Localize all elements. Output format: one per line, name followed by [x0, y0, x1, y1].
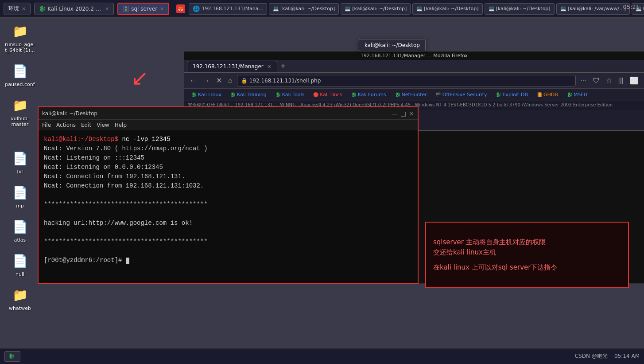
bookmark-icon-forums: 🐉: [351, 92, 357, 97]
bookmark-icon-nethunter: 🐉: [395, 92, 400, 97]
file-icon-atlas: 📄: [11, 218, 29, 235]
kali-tab-icon: 🐉: [39, 6, 46, 12]
terminal-menu: File Actions Edit View Help: [39, 120, 418, 130]
kali-close-icon[interactable]: ×: [105, 6, 109, 12]
terminal-icon-1: 💻: [273, 6, 279, 12]
new-tab-button[interactable]: +: [281, 62, 286, 71]
bookmark-ghdb[interactable]: 📙 GHDB: [533, 91, 562, 98]
bookmark-label-docs: Kali Docs: [320, 92, 342, 98]
term-line-0: kali@kali:~/Desktop$ nc -lvp 12345: [44, 135, 412, 144]
back-button[interactable]: ←: [188, 76, 198, 86]
icon-label-vulhub: vulhub-master: [11, 116, 29, 127]
bookmark-kali-forums[interactable]: 🐉 Kali Forums: [348, 91, 390, 98]
taskbar-bottom-app-btn[interactable]: 🐉: [4, 351, 20, 362]
taskbar-terminal-4[interactable]: 💻 [kali@kali: ~/Desktop]: [485, 3, 555, 15]
term-line-7: ****************************************…: [44, 200, 412, 209]
term-line-2: Ncat: Listening on :::12345: [44, 153, 412, 163]
taskbar-bottom: 🐉 CSDN @咆光 05:14 AM: [0, 348, 644, 364]
tooltip-text: kali@kali: ~/Desktop: [365, 42, 420, 48]
icon-label-mp: mp: [16, 203, 24, 209]
star-btn[interactable]: ☆: [604, 75, 614, 86]
terminal-window[interactable]: kali@kali: ~/Desktop — □ × File Actions …: [38, 106, 419, 284]
stop-button[interactable]: ✕: [214, 75, 224, 86]
folder-icon-vulhub: 📁: [11, 96, 29, 114]
taskbar-kali-label: Kali-Linux-2020.2-vmware-a...: [47, 6, 102, 12]
bookmark-msfu[interactable]: 🐉 MSFU: [563, 91, 591, 98]
bookmark-kali-linux[interactable]: 🐉 Kali Linux: [188, 91, 225, 98]
desktop-icon-paused[interactable]: 📄 paused.conf: [4, 62, 35, 87]
term-prompt-0: kali@kali:~/Desktop$: [44, 136, 118, 143]
icon-label-paused: paused.conf: [5, 82, 35, 87]
taskbar-environment-label: 环境: [8, 5, 19, 12]
desktop-icon-null[interactable]: 📄 null: [4, 252, 35, 277]
term-line-4: Ncat: Connection from 192.168.121.131.: [44, 172, 412, 181]
menu-btn[interactable]: |||: [617, 76, 625, 86]
menu-view[interactable]: View: [97, 122, 109, 128]
taskbar-environment-btn[interactable]: 环境 ×: [4, 3, 31, 15]
terminal-title-text: kali@kali: ~/Desktop: [42, 110, 97, 117]
tooltip-popup: kali@kali: ~/Desktop: [359, 39, 426, 51]
terminal-icon-4: 💻: [489, 6, 495, 12]
term-line-8: [44, 209, 412, 219]
bookmark-icon-tools: 🐉: [275, 92, 281, 97]
bookmark-icon-exploit: 🐉: [496, 92, 501, 97]
bookmarks-btn[interactable]: ···: [578, 76, 588, 86]
terminal-controls: — □ ×: [392, 110, 414, 117]
firefox-item-label: 192.168.121.131/Mana...: [202, 6, 263, 12]
fullscreen-btn[interactable]: ⬜: [628, 75, 640, 86]
url-bar[interactable]: 🔒 192.168.121.131/shell.php: [237, 75, 576, 86]
folder-icon-runsuo: 📁: [11, 22, 29, 40]
taskbar-kali-btn[interactable]: 🐉 Kali-Linux-2020.2-vmware-a... ×: [34, 3, 114, 15]
bookmark-icon-ghdb: 📙: [537, 92, 542, 97]
icon-label-null: null: [16, 271, 24, 277]
browser-tab-close[interactable]: ×: [267, 63, 272, 70]
term-root-prompt: [r00t@yzddmr6:/root]#: [44, 257, 126, 264]
menu-file[interactable]: File: [42, 122, 51, 128]
taskbar-firefox-item[interactable]: 🌐 192.168.121.131/Mana...: [189, 3, 267, 15]
bookmark-icon-training: 🐉: [230, 92, 236, 97]
desktop-icon-vulhub[interactable]: 📁 vulhub-master: [4, 96, 35, 127]
sql-close-icon[interactable]: ×: [160, 6, 164, 12]
taskbar-terminal-1[interactable]: 💻 [kali@kali: ~/Desktop]: [269, 3, 339, 15]
desktop-icons-left: 📁 runsuo_age-t_64bit (1)... 📄 paused.con…: [4, 22, 35, 311]
bookmark-label-forums: Kali Forums: [358, 92, 386, 98]
bookmark-label-training: Kali Training: [237, 92, 267, 98]
terminal-body[interactable]: kali@kali:~/Desktop$ nc -lvp 12345 Ncat:…: [39, 130, 418, 283]
bookmark-nethunter[interactable]: 🐉 NetHunter: [392, 91, 431, 98]
term-line-13: [r00t@yzddmr6:/root]#: [44, 256, 412, 265]
taskbar-terminal-5[interactable]: 💻 [kali@kali: /var/www/...]: [556, 3, 630, 15]
term-line-6: [44, 191, 412, 200]
home-button[interactable]: ⌂: [226, 76, 234, 86]
annotation-line1: sqlserver 主动将自身主机对应的权限 交还给kali linux主机: [433, 237, 621, 257]
term-line-10: [44, 228, 412, 237]
taskbar-close-icon[interactable]: ×: [22, 6, 26, 12]
taskbar-sql-btn[interactable]: 🗄️ sql server ×: [117, 3, 169, 15]
bookmark-offensive-security[interactable]: 🏴 Offensive Security: [432, 91, 491, 98]
browser-tab-manager[interactable]: 192.168.121.131/Manager ×: [187, 61, 277, 72]
desktop-icon-runsuo[interactable]: 📁 runsuo_age-t_64bit (1)...: [4, 22, 35, 53]
browser-window-title: 192.168.121.131/Manager — Mozilla Firefo…: [361, 53, 468, 59]
desktop-icon-atlas[interactable]: 📄 atlas: [4, 218, 35, 243]
minimize-icon[interactable]: —: [392, 110, 398, 117]
menu-edit[interactable]: Edit: [81, 122, 91, 128]
close-icon[interactable]: ×: [409, 110, 414, 117]
desktop-icon-txt[interactable]: 📄 txt: [4, 149, 35, 175]
desktop-icon-mp[interactable]: 📄 mp: [4, 184, 35, 209]
lock-icon: 🔒: [241, 78, 248, 84]
folder-icon-whatweb: 📁: [11, 286, 29, 304]
bookmark-label-kali: Kali Linux: [198, 92, 221, 98]
bookmark-kali-docs[interactable]: 🔴 Kali Docs: [310, 91, 345, 98]
bookmark-exploit-db[interactable]: 🐉 Exploit-DB: [492, 91, 531, 98]
terminal-icon-3: 💻: [416, 6, 423, 12]
menu-help[interactable]: Help: [115, 122, 127, 128]
bookmark-kali-training[interactable]: 🐉 Kali Training: [227, 91, 270, 98]
bookmark-kali-tools[interactable]: 🐉 Kali Tools: [272, 91, 308, 98]
shield-btn[interactable]: 🛡: [591, 76, 601, 86]
maximize-icon[interactable]: □: [400, 110, 406, 117]
forward-button[interactable]: →: [201, 76, 212, 86]
menu-actions[interactable]: Actions: [56, 122, 76, 128]
taskbar-terminal-2[interactable]: 💻 [kali@kali: ~/Desktop]: [341, 3, 411, 15]
desktop-icon-whatweb[interactable]: 📁 whatweb: [4, 286, 35, 311]
taskbar-terminal-3[interactable]: 💻 [kali@kali: ~/Desktop]: [412, 3, 482, 15]
term-line-1: Ncat: Version 7.80 ( https://nmap.org/nc…: [44, 144, 412, 153]
